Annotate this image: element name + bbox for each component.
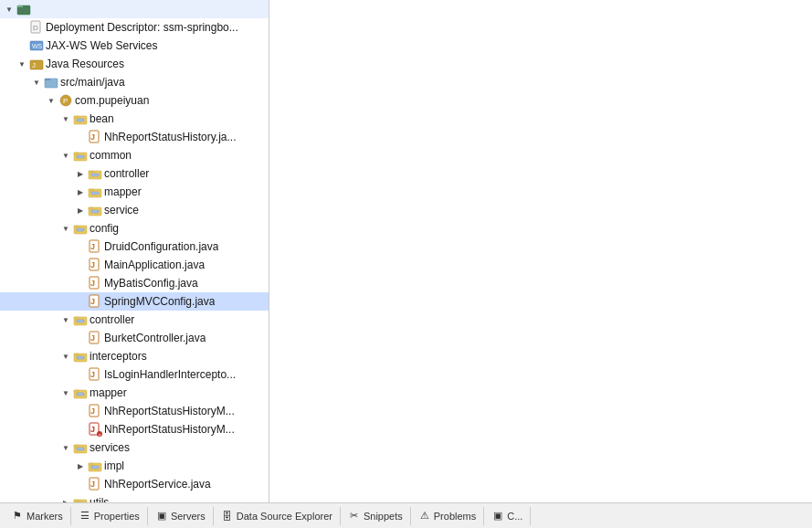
tree-root[interactable]: [0, 0, 269, 18]
config-icon: [73, 221, 88, 236]
mapper-label: mapper: [104, 185, 142, 198]
svg-rect-13: [74, 116, 79, 118]
tree-item-nhreportservice[interactable]: JNhReportService.java: [0, 475, 269, 493]
services-icon: [73, 440, 88, 455]
interceptors-label: interceptors: [90, 350, 147, 363]
tree-item-burketcontroller[interactable]: JBurketController.java: [0, 329, 269, 347]
bottom-tab-properties[interactable]: ☰Properties: [71, 507, 148, 525]
svg-rect-18: [74, 153, 79, 154]
tree-item-nhreporthistorymapper2[interactable]: J×NhReportStatusHistoryM...: [0, 420, 269, 438]
svg-text:J: J: [90, 407, 95, 416]
nhreporthistorymapper2-icon: J×: [88, 422, 102, 437]
impl-icon: [88, 459, 102, 473]
tree-item-controller[interactable]: controller: [0, 164, 269, 183]
svg-text:P: P: [63, 97, 68, 105]
com-pupeiyuan-icon: P: [58, 93, 73, 108]
svg-text:J: J: [90, 242, 95, 251]
utils-arrow: [58, 495, 73, 502]
svg-rect-46: [74, 354, 79, 355]
svg-rect-24: [89, 189, 93, 191]
servers-tab-icon: ▣: [155, 510, 168, 523]
controller-icon: [88, 166, 102, 181]
servers-tab-label: Servers: [171, 511, 206, 522]
tree-item-controller2[interactable]: controller: [0, 311, 269, 329]
svg-rect-41: [74, 317, 79, 319]
svg-rect-42: [77, 320, 84, 322]
impl-arrow: [73, 459, 88, 473]
svg-text:×: ×: [99, 432, 102, 438]
controller2-arrow: [58, 312, 73, 327]
mybatisconfig-label: MyBatisConfig.java: [104, 277, 198, 290]
com-pupeiyuan-label: com.pupeiyuan: [75, 94, 149, 107]
utils-icon: [73, 495, 88, 502]
druidconfig-label: DruidConfiguration.java: [104, 240, 218, 253]
services-label: services: [90, 441, 130, 454]
tree-item-druidconfig[interactable]: JDruidConfiguration.java: [0, 238, 269, 256]
properties-tab-label: Properties: [94, 511, 140, 522]
bottom-tab-console[interactable]: ▣C...: [484, 507, 531, 525]
svg-rect-19: [77, 155, 84, 158]
tree-item-springmvcconfig[interactable]: JSpringMVCConfig.java: [0, 292, 269, 311]
deployment-label: Deployment Descriptor: ssm-springbo...: [46, 21, 238, 34]
tree-item-mapper2[interactable]: mapper: [0, 384, 269, 402]
jaxws-icon: WS: [29, 38, 44, 53]
tree-item-mainapplication[interactable]: JMainApplication.java: [0, 256, 269, 274]
bottom-tab-markers[interactable]: ⚑Markers: [4, 507, 71, 525]
tree-item-utils[interactable]: utils: [0, 493, 269, 502]
tree-item-deployment[interactable]: DDeployment Descriptor: ssm-springbo...: [0, 18, 269, 37]
tree-item-jaxws[interactable]: WSJAX-WS Web Services: [0, 37, 269, 55]
service-label: service: [104, 204, 139, 216]
tree-item-mybatisconfig[interactable]: JMyBatisConfig.java: [0, 274, 269, 292]
bottom-tab-servers[interactable]: ▣Servers: [148, 507, 214, 525]
tree-item-interceptors[interactable]: interceptors: [0, 347, 269, 365]
tree-item-bean[interactable]: bean: [0, 110, 269, 128]
common-label: common: [90, 149, 132, 162]
mapper2-icon: [73, 385, 88, 400]
controller2-label: controller: [90, 313, 134, 326]
tree-item-impl[interactable]: impl: [0, 457, 269, 475]
tree-item-isloginhandler[interactable]: JIsLoginHandlerIntercepto...: [0, 365, 269, 384]
tree-item-src-main-java[interactable]: src/main/java: [0, 73, 269, 91]
tree-item-java-resources[interactable]: JJava Resources: [0, 55, 269, 73]
druidconfig-icon: J: [88, 239, 102, 254]
bottom-tab-data-source[interactable]: 🗄Data Source Explorer: [214, 507, 341, 525]
tree-items-container: DDeployment Descriptor: ssm-springbo...W…: [0, 18, 269, 502]
svg-rect-9: [45, 79, 50, 80]
springmvcconfig-label: SpringMVCConfig.java: [104, 295, 215, 308]
isloginhandler-icon: J: [88, 367, 102, 382]
tree-item-com-pupeiyuan[interactable]: Pcom.pupeiyuan: [0, 91, 269, 110]
isloginhandler-label: IsLoginHandlerIntercepto...: [104, 368, 236, 381]
svg-rect-31: [77, 228, 84, 231]
interceptors-icon: [73, 349, 88, 364]
svg-text:J: J: [90, 425, 95, 434]
burketcontroller-icon: J: [88, 331, 102, 345]
project-icon: [16, 2, 31, 16]
tree-item-common[interactable]: common: [0, 146, 269, 164]
tree-item-nhreportstatushistory[interactable]: JNhReportStatusHistory.ja...: [0, 128, 269, 146]
tree-item-service[interactable]: service: [0, 201, 269, 219]
nhreportstatushistory-icon: J: [88, 130, 102, 144]
problems-tab-icon: ⚠: [418, 510, 431, 523]
mapper2-arrow: [58, 385, 73, 400]
bottom-tab-problems[interactable]: ⚠Problems: [411, 507, 484, 525]
bean-label: bean: [90, 112, 114, 125]
bottom-tabs-container: ⚑Markers☰Properties▣Servers🗄Data Source …: [4, 503, 531, 528]
snippets-tab-icon: ✂: [348, 510, 361, 523]
svg-text:J: J: [90, 260, 95, 269]
mapper2-label: mapper: [90, 386, 127, 399]
tree-item-services[interactable]: services: [0, 438, 269, 457]
controller-arrow: [73, 166, 88, 181]
bottom-bar: ⚑Markers☰Properties▣Servers🗄Data Source …: [0, 502, 812, 528]
tree-item-config[interactable]: config: [0, 219, 269, 238]
tree-item-nhreporthistorymapper1[interactable]: JNhReportStatusHistoryM...: [0, 402, 269, 420]
tree-item-mapper[interactable]: mapper: [0, 183, 269, 201]
svg-rect-1: [17, 5, 23, 7]
svg-rect-60: [74, 445, 79, 447]
problems-tab-label: Problems: [434, 511, 476, 522]
common-icon: [73, 148, 88, 163]
nhreportservice-label: NhReportService.java: [104, 478, 211, 491]
bottom-tab-snippets[interactable]: ✂Snippets: [341, 507, 411, 525]
svg-rect-47: [77, 356, 84, 359]
data-source-tab-label: Data Source Explorer: [237, 511, 332, 522]
tree-panel[interactable]: DDeployment Descriptor: ssm-springbo...W…: [0, 0, 269, 502]
